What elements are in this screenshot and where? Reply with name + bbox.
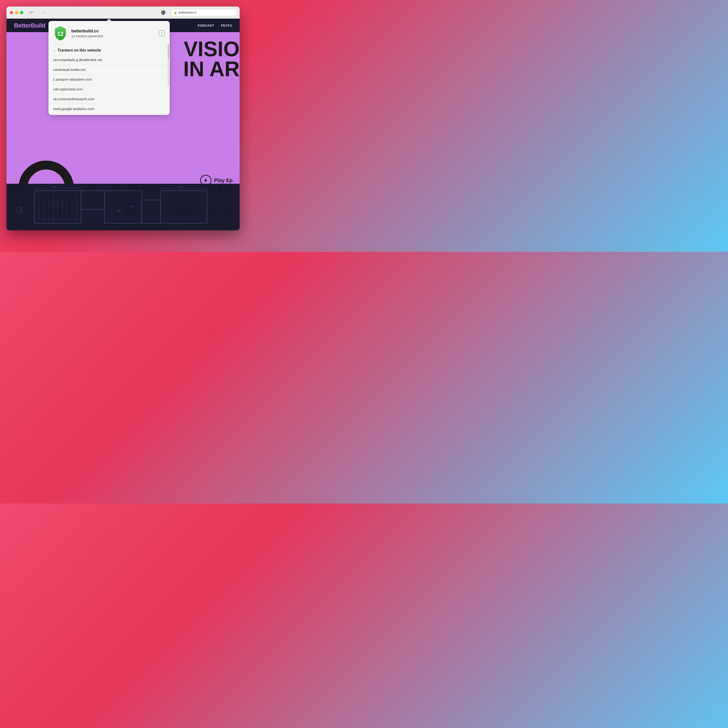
tracker-item: tags.bluekai.com [49, 113, 170, 115]
tracker-item: c.amazon-adsystem.com [49, 74, 170, 84]
shield-icon [161, 10, 166, 15]
titlebar: ‹ › 🔒 betterbuild.cc [6, 6, 240, 18]
traffic-lights [10, 11, 23, 14]
play-label: Play Ep [214, 177, 232, 184]
play-triangle-icon [204, 178, 208, 182]
svg-text:4M²: 4M² [117, 210, 121, 212]
svg-text:2020: 2020 [130, 205, 134, 208]
tracker-item: contextual.media.net [49, 64, 170, 74]
tracker-item: cdn.optimizely.com [49, 84, 170, 94]
maximize-button[interactable] [20, 11, 23, 14]
blueprint-section: 3 4M² 2020 3000 3400 [6, 184, 240, 230]
shield-badge: 12 [53, 26, 67, 41]
svg-text:3000: 3000 [53, 186, 57, 188]
info-button[interactable]: i [159, 30, 165, 37]
popup-trackers-count: 12 trackers prevented [71, 34, 155, 38]
nav-item-features[interactable]: FEATU [221, 24, 232, 27]
section-header[interactable]: ⌄ Trackers on this website [49, 45, 170, 55]
tracker-popup[interactable]: 12 betterbuild.cc 12 trackers prevented … [49, 21, 170, 115]
svg-text:3400: 3400 [179, 186, 183, 188]
popup-site-info: betterbuild.cc 12 trackers prevented [71, 29, 155, 38]
nav-arrows: ‹ › [38, 10, 46, 15]
svg-text:3: 3 [19, 209, 21, 213]
popup-scrollbar[interactable] [168, 44, 169, 86]
popup-arrow [107, 18, 112, 21]
svg-rect-16 [142, 200, 161, 223]
section-title: Trackers on this website [58, 48, 101, 52]
browser-window: ‹ › 🔒 betterbuild.cc BetterBuild [6, 6, 240, 230]
nav-item-podcast[interactable]: PODCAST [198, 24, 214, 27]
sidebar-toggle-button[interactable] [29, 11, 34, 14]
popup-site-name: betterbuild.cc [71, 29, 155, 34]
url-bar[interactable]: 🔒 betterbuild.cc [171, 9, 236, 16]
website-headline: VISIO IN AR [183, 39, 240, 79]
tracker-popup-wrapper: 12 betterbuild.cc 12 trackers prevented … [49, 18, 170, 115]
tracker-item: securepubads.g.doubleclick.net [49, 55, 170, 64]
tracker-item: sb.scorecardresearch.com [49, 94, 170, 104]
website-logo: BetterBuild [14, 22, 46, 29]
website-nav: PODCAST FEATU [198, 24, 232, 27]
tracker-list: securepubads.g.doubleclick.net contextua… [49, 55, 170, 115]
tracker-item: www.google-analytics.com [49, 104, 170, 113]
svg-marker-0 [205, 179, 208, 182]
chevron-down-icon: ⌄ [53, 49, 56, 52]
back-button[interactable]: ‹ [38, 10, 41, 15]
svg-rect-14 [81, 191, 104, 210]
popup-scrollbar-thumb [168, 44, 169, 58]
shield-badge-svg: 12 [53, 26, 67, 41]
browser-content: BetterBuild PODCAST FEATU VISIO IN AR [6, 18, 240, 230]
privacy-shield-button[interactable] [160, 9, 167, 16]
svg-text:12: 12 [57, 31, 63, 37]
minimize-button[interactable] [15, 11, 18, 14]
popup-body[interactable]: ⌄ Trackers on this website securepubads.… [49, 45, 170, 115]
close-button[interactable] [10, 11, 13, 14]
arc-decoration [18, 132, 74, 188]
forward-button[interactable]: › [43, 10, 46, 15]
blueprint-grid-svg: 3 4M² 2020 3000 3400 [6, 184, 240, 230]
popup-header: 12 betterbuild.cc 12 trackers prevented … [49, 21, 170, 45]
lock-icon: 🔒 [174, 11, 177, 14]
url-text: betterbuild.cc [179, 11, 197, 14]
